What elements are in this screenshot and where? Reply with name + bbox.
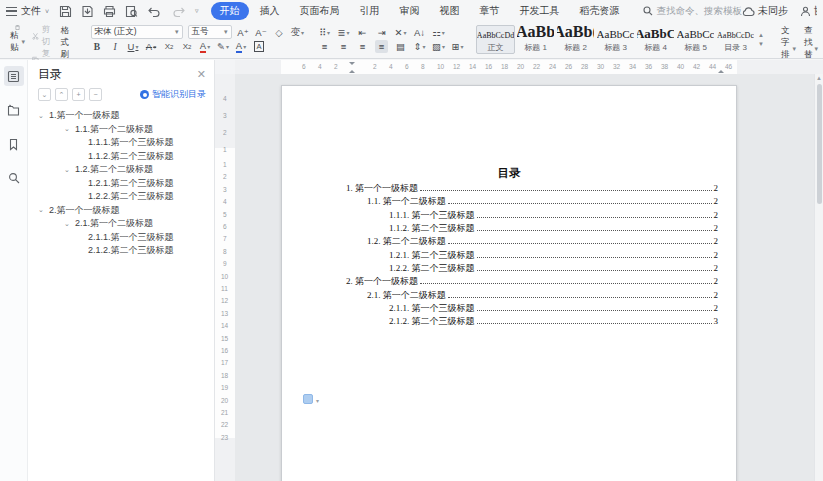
ribbon-tab[interactable]: 视图 [431, 2, 469, 20]
ribbon-tab[interactable]: 插入 [251, 2, 289, 20]
numbered-list-button[interactable]: ≣▾ [337, 26, 350, 39]
toc-entry[interactable]: 1.2. 第二个二级标题2 [346, 235, 718, 248]
toc-entry[interactable]: 1. 第一个一级标题2 [346, 182, 718, 195]
paste-button[interactable]: 粘贴▾ [6, 24, 29, 55]
bookmark-button[interactable] [4, 134, 24, 154]
toc-entry[interactable]: 2. 第一个一级标题2 [346, 275, 718, 288]
superscript-button[interactable]: X2 [163, 40, 176, 53]
vertical-ruler[interactable]: 4321123456789101112131415161718192021222… [215, 74, 235, 481]
toc-update-helper-icon[interactable] [303, 394, 313, 404]
line-spacing-button[interactable]: ⇕▾ [413, 40, 426, 53]
show-marks-button[interactable]: ⚏▾ [432, 26, 445, 39]
style-cell[interactable]: AaBb(标题 2 [556, 25, 595, 54]
toc-entry[interactable]: 2.1.1. 第一个三级标题2 [346, 302, 718, 315]
smart-recognize-toc-button[interactable]: 智能识别目录 [140, 88, 206, 101]
find-replace-button[interactable]: 查找替换▾ [800, 24, 822, 55]
gallery-down-button[interactable]: ▼ [758, 41, 764, 47]
clear-format-button[interactable]: ◇ [273, 26, 286, 39]
toc-entry[interactable]: 1.1.1. 第一个三级标题2 [346, 209, 718, 222]
toc-tree-item[interactable]: ⌄2.第一个一级标题 [28, 204, 214, 218]
decrease-indent-button[interactable]: ⇤ [356, 26, 369, 39]
sync-status-button[interactable]: 未同步 [742, 4, 788, 18]
toc-entry[interactable]: 2.1.2. 第二个三级标题3 [346, 315, 718, 328]
style-cell[interactable]: AaBbC标题 4 [636, 25, 675, 54]
toc-entry[interactable]: 1.1.2. 第二个三级标题2 [346, 222, 718, 235]
redo-button[interactable] [171, 5, 186, 18]
subscript-button[interactable]: X2 [181, 40, 194, 53]
toc-tree-item[interactable]: 2.1.1.第一个三级标题 [28, 231, 214, 245]
collapse-all-button[interactable]: − [89, 88, 102, 101]
document-canvas[interactable]: 目录 1. 第一个一级标题21.1. 第一个二级标题21.1.1. 第一个三级标… [235, 74, 823, 481]
align-left-button[interactable]: ≡ [318, 40, 331, 53]
toc-tree-item[interactable]: ⌄1.1.第一个二级标题 [28, 123, 214, 137]
enclose-character-button[interactable]: A [253, 40, 266, 53]
style-cell[interactable]: AaBb标题 1 [516, 25, 555, 54]
print-preview-button[interactable] [125, 5, 138, 18]
decrease-font-button[interactable]: A⁻ [255, 26, 268, 39]
style-cell[interactable]: AaBbCc标题 3 [596, 25, 635, 54]
chevron-down-icon[interactable]: ⌄ [64, 125, 75, 133]
print-button[interactable] [103, 5, 116, 18]
command-search[interactable]: 查找命令、搜索模板 [643, 5, 743, 18]
style-cell[interactable]: AaBbCcDc目录 3 [716, 25, 755, 54]
increase-font-button[interactable]: A⁺ [237, 26, 250, 39]
toc-panel-button[interactable] [4, 66, 24, 86]
scroll-up-icon[interactable]: ▲ [815, 75, 823, 81]
gallery-up-button[interactable]: ▲ [758, 32, 764, 38]
toc-tree-item[interactable]: ⌄1.2.第二个二级标题 [28, 163, 214, 177]
text-effects-button[interactable]: ✎▾ [217, 40, 230, 53]
shading-button[interactable]: ▨▾ [432, 40, 445, 53]
file-menu[interactable]: 文件 ˅ [6, 4, 49, 18]
ribbon-tab[interactable]: 开始 [211, 2, 249, 20]
ribbon-tab[interactable]: 引用 [351, 2, 389, 20]
search-panel-button[interactable] [4, 168, 24, 188]
ribbon-tab[interactable]: 章节 [471, 2, 509, 20]
underline-button[interactable]: U▾ [127, 40, 140, 53]
undo-button[interactable] [147, 5, 162, 18]
close-panel-button[interactable]: ✕ [197, 68, 206, 81]
increase-indent-button[interactable]: ⇥ [375, 26, 388, 39]
toc-tree-item[interactable]: ⌄2.1.第一个二级标题 [28, 217, 214, 231]
collaborate-button[interactable]: 协作 [800, 4, 817, 18]
toc-tree-item[interactable]: 1.1.1.第一个三级标题 [28, 136, 214, 150]
toc-field[interactable]: 1. 第一个一级标题21.1. 第一个二级标题21.1.1. 第一个三级标题21… [346, 182, 718, 329]
toc-tree-item[interactable]: 2.1.2.第二个三级标题 [28, 244, 214, 258]
horizontal-ruler[interactable]: 6422468101214161820222426283032343638404… [235, 60, 823, 74]
cut-button[interactable]: 剪切 [32, 24, 54, 48]
distribute-button[interactable]: ▤ [394, 40, 407, 53]
style-cell[interactable]: AaBbCc标题 5 [676, 25, 715, 54]
toc-tree-item[interactable]: ⌄1.第一个一级标题 [28, 109, 214, 123]
highlight-color-button[interactable]: A▾ [199, 40, 212, 53]
chevron-down-icon[interactable]: ⌄ [38, 206, 49, 214]
ribbon-tab[interactable]: 审阅 [391, 2, 429, 20]
toc-entry[interactable]: 1.2.1. 第二个三级标题2 [346, 249, 718, 262]
toc-title[interactable]: 目录 [282, 166, 736, 181]
borders-button[interactable]: ⊞▾ [451, 40, 464, 53]
italic-button[interactable]: I [109, 40, 122, 53]
sort-button[interactable]: A↓ [413, 26, 426, 39]
font-size-select[interactable]: 五号▾ [188, 25, 232, 39]
bullet-list-button[interactable]: ⠿▾ [318, 26, 331, 39]
format-painter-button[interactable]: 格式刷 [57, 24, 79, 55]
font-name-select[interactable]: 宋体 (正文)▾ [91, 25, 183, 39]
bold-button[interactable]: B [91, 40, 104, 53]
chevron-down-icon[interactable]: ⌄ [38, 112, 49, 120]
justify-button[interactable]: ≡ [375, 40, 388, 53]
export-button[interactable] [81, 5, 94, 18]
asian-layout-button[interactable]: ✕▾ [394, 26, 407, 39]
phonetic-guide-button[interactable]: 变▾ [291, 26, 305, 39]
toc-tree-item[interactable]: 1.1.2.第二个三级标题 [28, 150, 214, 164]
style-cell[interactable]: AaBbCcDd正文 [476, 25, 515, 54]
expand-level-button[interactable]: ⌃ [55, 88, 68, 101]
ribbon-tab[interactable]: 开发工具 [511, 2, 569, 20]
collapse-level-button[interactable]: ⌄ [38, 88, 51, 101]
customize-qat-icon[interactable]: ▿ [195, 7, 199, 15]
text-layout-button[interactable]: 文字排版▾ [777, 24, 800, 55]
toc-tree-item[interactable]: 1.2.1.第二个三级标题 [28, 177, 214, 191]
ribbon-tab[interactable]: 页面布局 [291, 2, 349, 20]
toc-entry[interactable]: 1.2.2. 第二个三级标题2 [346, 262, 718, 275]
chevron-down-icon[interactable]: ⌄ [64, 166, 75, 174]
chapter-nav-button[interactable] [4, 100, 24, 120]
align-right-button[interactable]: ≡ [356, 40, 369, 53]
ribbon-tab[interactable]: 稻壳资源 [571, 2, 629, 20]
